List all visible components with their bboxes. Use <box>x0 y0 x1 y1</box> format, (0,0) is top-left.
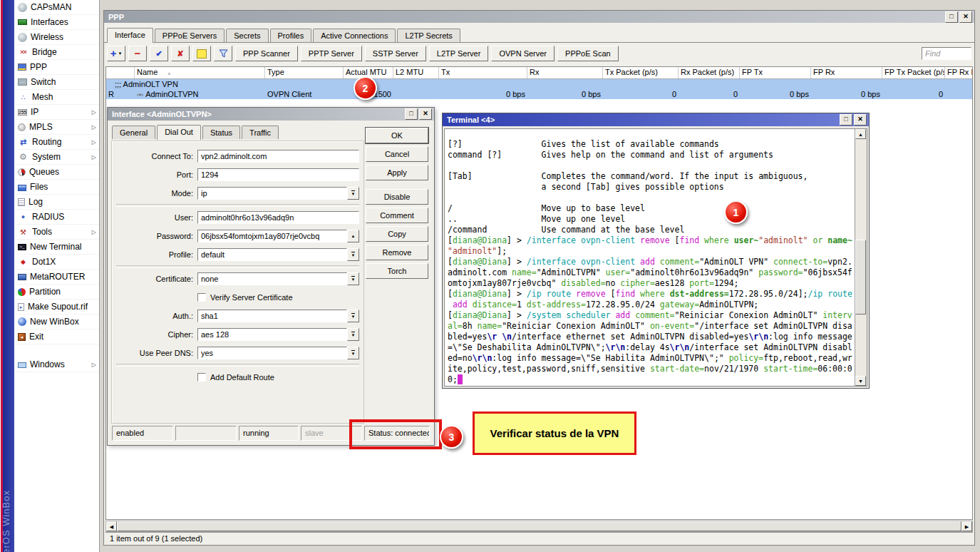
user-field[interactable]: adminolt0hr6o13v96adq9n <box>197 211 359 224</box>
ppp-window-titlebar[interactable]: PPP □ ✕ <box>104 11 974 23</box>
sidebar-item-routing[interactable]: ⇄Routing▷ <box>14 135 99 150</box>
close-icon[interactable]: ✕ <box>959 11 972 23</box>
column-header-tx[interactable]: Tx <box>439 67 527 78</box>
column-header-fp-rx[interactable]: FP Rx <box>811 67 882 78</box>
table-row-comment[interactable]: ;;; AdminOLT VPN <box>106 79 972 89</box>
verify-server-certificate-checkbox[interactable] <box>197 293 206 302</box>
sidebar-item-system[interactable]: ⚙System▷ <box>14 150 99 165</box>
comment-button[interactable] <box>192 46 211 61</box>
sidebar-item-ip[interactable]: 255IP▷ <box>14 105 99 120</box>
column-header-rx-packet-p-s[interactable]: Rx Packet (p/s) <box>679 67 740 78</box>
sidebar-item-wireless[interactable]: Wireless <box>14 30 99 45</box>
sidebar-item-metarouter[interactable]: MetaROUTER <box>14 270 99 285</box>
comment-button[interactable]: Comment <box>366 208 428 223</box>
sidebar-item-radius[interactable]: ●RADIUS <box>14 210 99 225</box>
profile-dropdown-button[interactable]: ▼ <box>347 248 359 261</box>
column-header-type[interactable]: Type <box>265 67 344 78</box>
column-header-tx-packet-p-s[interactable]: Tx Packet (p/s) <box>603 67 679 78</box>
sidebar-item-windows[interactable]: Windows▷ <box>14 357 99 372</box>
port-field[interactable]: 1294 <box>197 168 359 181</box>
scrollbar-thumb[interactable] <box>117 521 961 531</box>
password-field[interactable]: 06jbsx54fomtojxm1ay807rje0vcbq <box>197 230 347 242</box>
maximize-icon[interactable]: □ <box>945 11 958 23</box>
close-icon[interactable]: ✕ <box>419 108 432 120</box>
scrollbar-thumb[interactable] <box>855 240 866 315</box>
sidebar-item-mpls[interactable]: MPLS▷ <box>14 120 99 135</box>
scroll-right-icon[interactable]: ▶ <box>961 521 972 531</box>
column-header-flag[interactable] <box>106 67 135 78</box>
column-header-fp-rx-pa[interactable]: FP Rx Pa <box>945 67 973 78</box>
dialog-tab-traffic[interactable]: Traffic <box>242 126 279 139</box>
ppp-scanner-button[interactable]: PPP Scanner <box>235 46 298 61</box>
l2tp-server-button[interactable]: L2TP Server <box>429 46 489 61</box>
sidebar-item-queues[interactable]: Queues <box>14 165 99 180</box>
disable-button[interactable]: ✘ <box>171 46 190 61</box>
auth-dropdown-button[interactable]: ▼ <box>347 310 359 322</box>
pppoe-scan-button[interactable]: PPPoE Scan <box>557 46 619 61</box>
use-peer-dns-dropdown-button[interactable]: ▼ <box>347 347 359 359</box>
scroll-down-icon[interactable]: ▼ <box>855 376 866 386</box>
column-header-rx[interactable]: Rx <box>527 67 603 78</box>
sstp-server-button[interactable]: SSTP Server <box>365 46 426 61</box>
dialog-tab-status[interactable]: Status <box>202 126 240 139</box>
sidebar-item-make-supout-rif[interactable]: ▸Make Supout.rif <box>14 300 99 315</box>
maximize-icon[interactable]: □ <box>840 114 852 126</box>
dialog-tab-general[interactable]: General <box>112 126 155 139</box>
column-header-name[interactable]: Name▴ <box>135 67 265 78</box>
cipher-field[interactable]: aes 128 <box>197 328 347 341</box>
pptp-server-button[interactable]: PPTP Server <box>301 46 362 61</box>
tab-interface[interactable]: Interface <box>107 28 153 43</box>
column-header-fp-tx-packet-p-s[interactable]: FP Tx Packet (p/s) <box>882 67 945 78</box>
sidebar-item-new-winbox[interactable]: New WinBox <box>14 315 99 329</box>
filter-button[interactable] <box>214 46 232 61</box>
ok-button[interactable]: OK <box>366 128 428 143</box>
auth-field[interactable]: sha1 <box>197 310 347 322</box>
sidebar-item-ppp[interactable]: PPP <box>14 60 99 75</box>
add-default-route-checkbox[interactable] <box>197 373 206 382</box>
cipher-dropdown-button[interactable]: ▼ <box>347 328 359 341</box>
remove-button[interactable]: − <box>128 46 147 61</box>
copy-button[interactable]: Copy <box>366 226 428 242</box>
sidebar-item-files[interactable]: Files <box>14 180 99 195</box>
add-button[interactable]: +▼ <box>107 46 125 61</box>
apply-button[interactable]: Apply <box>366 165 428 180</box>
torch-button[interactable]: Torch <box>366 263 428 279</box>
sidebar-item-mesh[interactable]: ∴Mesh <box>14 90 99 105</box>
sidebar-item-capsman[interactable]: CAPsMAN <box>14 0 99 15</box>
sidebar-item-new-terminal[interactable]: >_New Terminal <box>14 240 99 255</box>
disable-button[interactable]: Disable <box>366 189 428 205</box>
certificate-field[interactable]: none <box>197 272 347 285</box>
sidebar-item-switch[interactable]: ···Switch <box>14 75 99 90</box>
sidebar-item-bridge[interactable]: ××Bridge <box>14 45 99 60</box>
tab-profiles[interactable]: Profiles <box>270 29 312 42</box>
tab-l2tp-secrets[interactable]: L2TP Secrets <box>397 29 460 42</box>
enable-button[interactable]: ✔ <box>150 46 168 61</box>
close-icon[interactable]: ✕ <box>854 114 867 126</box>
column-header-l2-mtu[interactable]: L2 MTU <box>393 67 439 78</box>
connect-to-field[interactable]: vpn2.adminolt.com <box>197 150 359 163</box>
sidebar-item-partition[interactable]: Partition <box>14 285 99 300</box>
interface-dialog-titlebar[interactable]: Interface <AdminOLTVPN> □ ✕ <box>108 108 434 121</box>
table-row[interactable]: R‹•›AdminOLTVPNOVPN Client15000 bps0 bps… <box>106 89 972 99</box>
password-up-button[interactable]: ▲ <box>347 230 359 242</box>
column-header-fp-tx[interactable]: FP Tx <box>740 67 811 78</box>
tab-secrets[interactable]: Secrets <box>226 29 268 42</box>
sidebar-item-interfaces[interactable]: Interfaces <box>14 15 99 30</box>
use-peer-dns-field[interactable]: yes <box>197 347 347 359</box>
tab-pppoe-servers[interactable]: PPPoE Servers <box>155 29 225 42</box>
cancel-button[interactable]: Cancel <box>366 146 428 162</box>
dialog-tab-dial-out[interactable]: Dial Out <box>157 125 201 140</box>
tab-active-connections[interactable]: Active Connections <box>313 29 396 42</box>
sidebar-item-log[interactable]: Log <box>14 195 99 210</box>
vertical-scrollbar[interactable]: ▲ ▼ <box>855 129 867 386</box>
scroll-left-icon[interactable]: ◀ <box>106 521 117 531</box>
sidebar-item-dot1x[interactable]: ◆Dot1X <box>14 255 99 270</box>
profile-field[interactable]: default <box>197 248 347 261</box>
sidebar-item-exit[interactable]: ◂Exit <box>14 329 99 344</box>
sidebar-item-tools[interactable]: ⚒Tools▷ <box>14 225 99 240</box>
scroll-up-icon[interactable]: ▲ <box>855 129 866 139</box>
find-input[interactable] <box>922 47 971 60</box>
remove-button[interactable]: Remove <box>366 245 428 260</box>
certificate-dropdown-button[interactable]: ▼ <box>347 272 359 285</box>
terminal-titlebar[interactable]: Terminal <4> □ ✕ <box>443 113 869 126</box>
